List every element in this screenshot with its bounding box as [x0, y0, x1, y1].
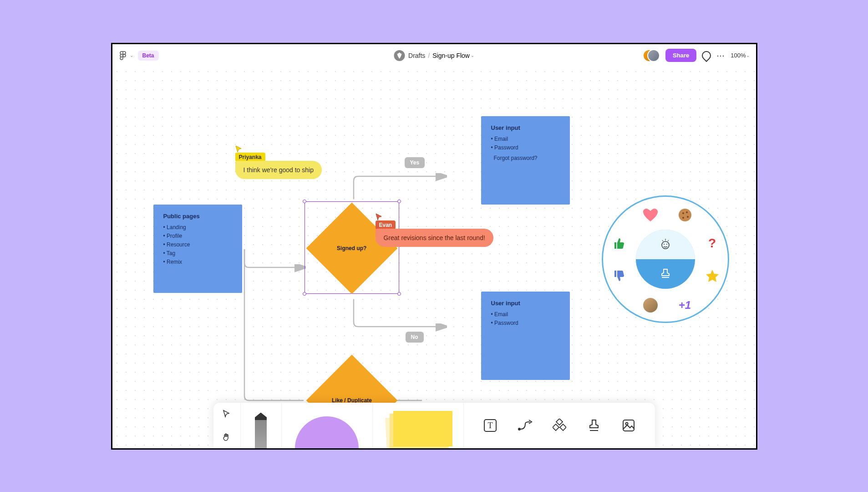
- list-item: Email: [491, 135, 560, 144]
- toolbar-pencil[interactable]: [241, 403, 282, 448]
- svg-point-4: [687, 216, 689, 218]
- wheel-center[interactable]: [636, 230, 695, 289]
- svg-point-1: [679, 209, 691, 221]
- chevron-down-icon[interactable]: ⌄: [130, 53, 133, 58]
- list-item: Remix: [163, 258, 232, 266]
- comment-icon[interactable]: [702, 51, 711, 60]
- cursor-message: Great revisions since the last round!: [376, 229, 493, 247]
- resize-handle[interactable]: [397, 200, 401, 203]
- more-icon[interactable]: ⋯: [716, 51, 725, 61]
- svg-point-0: [123, 54, 126, 57]
- cursor-priyanka: Priyanka I think we're good to ship: [235, 145, 322, 179]
- node-title: Public pages: [163, 213, 232, 220]
- toolbar-section-select: [213, 403, 241, 448]
- star-icon[interactable]: [702, 266, 722, 286]
- node-title: User input: [491, 124, 560, 131]
- svg-text:T: T: [487, 421, 492, 430]
- avatar[interactable]: [647, 49, 660, 62]
- plus-one-icon[interactable]: +1: [675, 295, 695, 315]
- hand-tool-icon[interactable]: [217, 427, 237, 447]
- svg-rect-16: [553, 424, 559, 430]
- svg-line-11: [668, 240, 669, 241]
- cursor-evan: Evan Great revisions since the last roun…: [376, 213, 493, 247]
- node-title: User input: [491, 300, 560, 307]
- select-tool-icon[interactable]: [217, 404, 237, 424]
- chevron-down-icon[interactable]: ⌄: [471, 53, 474, 58]
- breadcrumb-parent[interactable]: Drafts: [408, 52, 425, 59]
- cursor-message: I think we're good to ship: [235, 161, 322, 179]
- list-item: Password: [491, 319, 560, 328]
- reaction-wheel[interactable]: ? +1: [602, 195, 729, 323]
- list-item: Email: [491, 310, 560, 319]
- cursor-icon: [376, 213, 383, 220]
- resize-handle[interactable]: [303, 292, 306, 296]
- node-list: Email Password: [491, 310, 560, 328]
- svg-rect-18: [623, 420, 634, 431]
- svg-point-3: [686, 211, 688, 213]
- toolbar-sticky[interactable]: [373, 403, 464, 448]
- pencil-icon: [255, 413, 267, 448]
- svg-rect-15: [556, 419, 562, 425]
- stamp-icon[interactable]: [636, 259, 695, 289]
- svg-rect-17: [559, 424, 566, 430]
- topbar-right: Share ⋯ 100% ⌄: [643, 49, 749, 62]
- bottom-toolbar: T: [213, 403, 655, 448]
- node-extra: Forgot password?: [494, 155, 560, 161]
- sticky-note-icon: [386, 411, 450, 448]
- node-public-pages[interactable]: Public pages Landing Profile Resource Ta…: [153, 205, 242, 293]
- node-label: Signed up?: [337, 245, 366, 251]
- toolbar-tools: T: [464, 403, 655, 448]
- avatar-icon[interactable]: [640, 295, 660, 315]
- toolbar-shape[interactable]: [282, 403, 373, 448]
- svg-point-5: [682, 217, 684, 219]
- chevron-down-icon: ⌄: [746, 53, 750, 58]
- image-tool-icon[interactable]: [619, 415, 639, 436]
- cursor-name: Evan: [376, 220, 396, 230]
- widgets-tool-icon[interactable]: [549, 415, 569, 436]
- team-icon: [394, 50, 405, 61]
- node-user-input-bottom[interactable]: User input Email Password: [481, 292, 570, 380]
- svg-point-2: [682, 212, 684, 214]
- svg-point-6: [662, 241, 669, 249]
- node-list: Landing Profile Resource Tag Remix: [163, 223, 232, 267]
- edge-label-yes: Yes: [405, 157, 425, 168]
- svg-point-19: [625, 422, 628, 425]
- canvas[interactable]: Public pages Landing Profile Resource Ta…: [112, 67, 756, 448]
- figma-logo-icon[interactable]: [119, 51, 127, 60]
- node-user-input-top[interactable]: User input Email Password Forgot passwor…: [481, 116, 570, 205]
- list-item: Landing: [163, 223, 232, 232]
- svg-point-7: [664, 244, 665, 245]
- beta-badge: Beta: [138, 51, 159, 61]
- edge-label-no: No: [406, 332, 424, 343]
- heart-icon[interactable]: [640, 205, 660, 225]
- svg-point-8: [666, 244, 667, 245]
- breadcrumb[interactable]: Drafts / Sign-up Flow ⌄: [394, 50, 474, 61]
- zoom-level[interactable]: 100% ⌄: [731, 52, 749, 59]
- topbar-left: ⌄ Beta: [119, 51, 159, 61]
- connector-tool-icon[interactable]: [515, 415, 535, 436]
- list-item: Password: [491, 144, 560, 152]
- topbar: ⌄ Beta Drafts / Sign-up Flow ⌄ Share ⋯: [112, 44, 756, 67]
- page-title[interactable]: Sign-up Flow: [432, 52, 470, 59]
- thumbs-up-icon[interactable]: [609, 233, 629, 253]
- svg-point-14: [518, 428, 521, 430]
- text-tool-icon[interactable]: T: [480, 415, 500, 436]
- stamp-tool-icon[interactable]: [584, 415, 604, 436]
- thumbs-down-icon[interactable]: [609, 266, 629, 286]
- resize-handle[interactable]: [303, 200, 306, 203]
- circle-shape-icon: [295, 416, 359, 448]
- app-window: ⌄ Beta Drafts / Sign-up Flow ⌄ Share ⋯: [111, 43, 757, 450]
- question-icon[interactable]: ?: [702, 233, 722, 253]
- cursor-name: Priyanka: [235, 153, 265, 162]
- smiley-icon[interactable]: [636, 230, 695, 259]
- svg-line-10: [662, 240, 663, 241]
- share-button[interactable]: Share: [665, 49, 696, 62]
- list-item: Resource: [163, 241, 232, 249]
- list-item: Profile: [163, 232, 232, 241]
- resize-handle[interactable]: [397, 292, 401, 296]
- cursor-icon: [235, 145, 243, 153]
- list-item: Tag: [163, 249, 232, 258]
- node-list: Email Password: [491, 135, 560, 152]
- breadcrumb-separator: /: [428, 52, 430, 59]
- cookie-icon[interactable]: [675, 205, 695, 225]
